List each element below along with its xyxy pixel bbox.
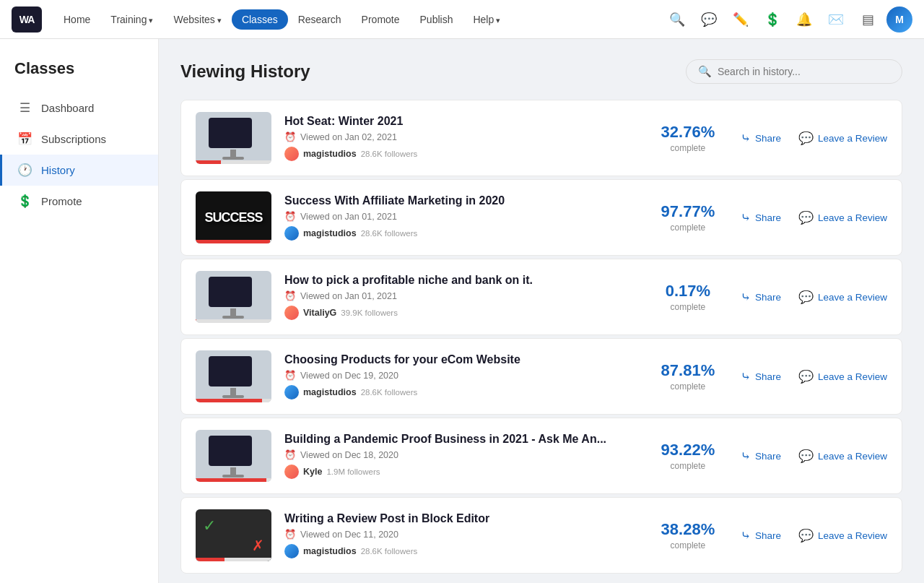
thumb-symbol2: ✗ [252,537,264,554]
course-title[interactable]: Writing a Review Post in Block Editor [284,512,635,525]
dollar-icon[interactable]: 💲 [759,7,785,33]
course-progress: 97.77% complete [648,202,728,233]
share-label: Share [755,292,781,303]
thumb-base [222,316,244,319]
thumb-progress-bar [196,160,271,164]
menu-icon[interactable]: ▤ [855,7,881,33]
thumb-text: SUCCESS [204,210,262,225]
author-followers: 28.6K followers [361,229,418,238]
author-followers: 1.9M followers [326,467,380,476]
thumb-screen [209,118,252,148]
course-card: How to pick a profitable niche and bank … [180,259,902,335]
page-title: Viewing History [180,61,310,82]
progress-label: complete [648,302,728,312]
author-followers: 39.9K followers [341,308,398,317]
course-thumbnail[interactable] [196,112,271,164]
leave-review-button[interactable]: 💬 Leave a Review [798,290,887,305]
share-label: Share [755,212,781,223]
author-name[interactable]: magistudios [303,149,357,159]
course-actions: ⤷ Share 💬 Leave a Review [741,449,887,464]
bell-icon[interactable]: 🔔 [791,7,817,33]
share-button[interactable]: ⤷ Share [741,210,781,225]
leave-review-button[interactable]: 💬 Leave a Review [798,210,887,225]
course-thumbnail[interactable]: SUCCESS [196,191,271,243]
author-name[interactable]: magistudios [303,228,357,238]
author-name[interactable]: magistudios [303,387,357,397]
author-avatar [284,385,299,400]
course-thumbnail[interactable] [196,350,271,402]
sidebar-item-subscriptions[interactable]: 📅 Subscriptions [0,124,158,155]
sidebar-icon: 📅 [17,131,32,147]
viewed-date: Viewed on Jan 01, 2021 [300,212,397,222]
site-logo[interactable]: WA [12,7,42,33]
leave-review-button[interactable]: 💬 Leave a Review [798,369,887,384]
progress-percentage: 32.76% [648,123,728,142]
course-progress: 32.76% complete [648,123,728,153]
course-author: magistudios 28.6K followers [284,147,635,161]
share-label: Share [755,371,781,382]
sidebar-item-promote[interactable]: 💲 Promote [0,186,158,217]
course-title[interactable]: How to pick a profitable niche and bank … [284,274,635,287]
leave-review-button[interactable]: 💬 Leave a Review [798,131,887,146]
course-thumbnail[interactable]: ✓ ✗ [196,509,271,561]
nav-item-help[interactable]: Help [463,9,510,30]
nav-item-classes[interactable]: Classes [232,9,288,30]
progress-percentage: 0.17% [648,282,728,301]
sidebar-item-label: History [41,164,75,176]
search-input[interactable] [718,66,890,77]
nav-item-publish[interactable]: Publish [410,9,463,30]
share-button[interactable]: ⤷ Share [741,369,781,384]
author-name[interactable]: Kyle [303,467,322,477]
avatar[interactable]: M [886,7,912,33]
share-label: Share [755,530,781,541]
course-meta: ⏰ Viewed on Jan 01, 2021 [284,290,635,301]
course-meta: ⏰ Viewed on Jan 01, 2021 [284,211,635,222]
share-button[interactable]: ⤷ Share [741,528,781,543]
nav-item-research[interactable]: Research [288,9,352,30]
share-button[interactable]: ⤷ Share [741,290,781,305]
leave-review-button[interactable]: 💬 Leave a Review [798,528,887,543]
nav-item-websites[interactable]: Websites [163,9,231,30]
share-button[interactable]: ⤷ Share [741,449,781,464]
search-icon[interactable]: 🔍 [664,7,690,33]
course-meta: ⏰ Viewed on Dec 18, 2020 [284,449,635,460]
course-thumbnail[interactable] [196,430,271,482]
author-name[interactable]: magistudios [303,546,357,556]
nav-item-promote[interactable]: Promote [352,9,410,30]
course-card: SUCCESS Success With Affiliate Marketing… [180,179,902,256]
course-title[interactable]: Building a Pandemic Proof Business in 20… [284,433,635,446]
email-icon[interactable]: ✉️ [823,7,849,33]
leave-review-label: Leave a Review [818,133,887,144]
course-title[interactable]: Success With Affiliate Marketing in 2020 [284,194,635,207]
sidebar-item-label: Promote [41,195,82,207]
share-button[interactable]: ⤷ Share [741,131,781,146]
course-info: Writing a Review Post in Block Editor ⏰ … [284,512,635,558]
author-name[interactable]: VitaliyG [303,308,336,318]
edit-icon[interactable]: ✏️ [728,7,754,33]
sidebar-item-label: Dashboard [41,102,94,114]
leave-review-button[interactable]: 💬 Leave a Review [798,449,887,464]
course-info: Choosing Products for your eCom Website … [284,353,635,400]
main-content: Viewing History 🔍 Hot Seat: Winter 2021 [159,39,924,583]
course-progress: 38.28% complete [648,520,728,550]
leave-review-label: Leave a Review [818,371,887,382]
course-author: VitaliyG 39.9K followers [284,306,635,320]
course-title[interactable]: Choosing Products for your eCom Website [284,353,635,366]
course-meta: ⏰ Viewed on Jan 02, 2021 [284,131,635,142]
nav-item-home[interactable]: Home [53,9,100,30]
course-meta: ⏰ Viewed on Dec 11, 2020 [284,529,635,540]
course-progress: 0.17% complete [648,282,728,312]
course-title[interactable]: Hot Seat: Winter 2021 [284,115,635,128]
author-followers: 28.6K followers [361,388,418,397]
navbar: WA HomeTrainingWebsitesClassesResearchPr… [0,0,924,39]
nav-item-training[interactable]: Training [100,9,163,30]
page-wrapper: Classes ☰ Dashboard 📅 Subscriptions 🕐 Hi… [0,39,924,583]
progress-label: complete [648,223,728,233]
sidebar-item-history[interactable]: 🕐 History [0,155,158,186]
search-icon: 🔍 [698,65,712,78]
chat-icon[interactable]: 💬 [696,7,722,33]
course-thumbnail[interactable] [196,271,271,323]
author-avatar [284,465,299,479]
sidebar-item-label: Subscriptions [41,133,106,145]
sidebar-item-dashboard[interactable]: ☰ Dashboard [0,92,158,124]
